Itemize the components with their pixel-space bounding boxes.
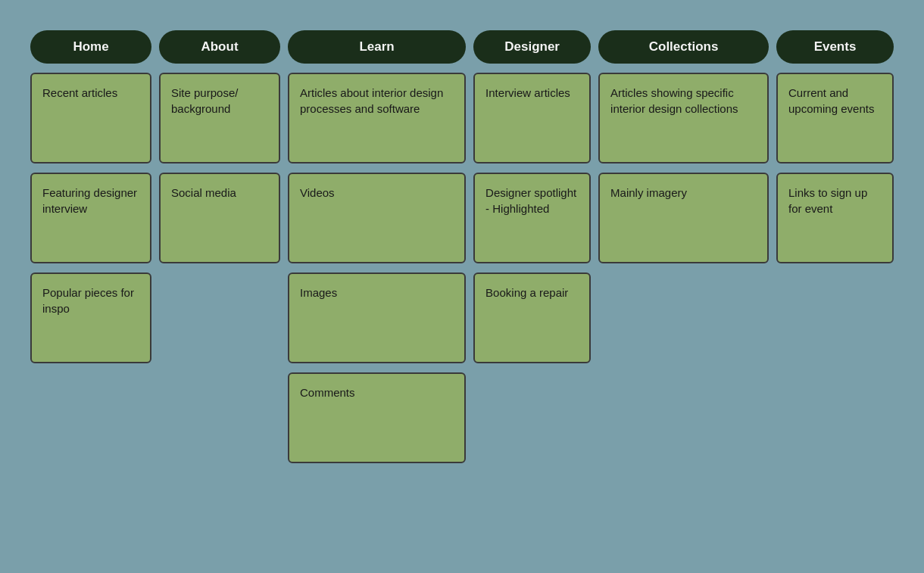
card-home-1: Featuring designer interview <box>30 173 151 263</box>
card-learn-3: Comments <box>288 372 466 463</box>
nav-button-events[interactable]: Events <box>776 30 894 64</box>
card-about-0: Site purpose/ background <box>159 73 280 163</box>
card-about-1: Social media <box>159 173 280 263</box>
column-designer: DesignerInterview articlesDesigner spotl… <box>473 30 591 363</box>
column-learn: LearnArticles about interior design proc… <box>288 30 466 463</box>
column-home: HomeRecent articlesFeaturing designer in… <box>30 30 151 363</box>
card-learn-2: Images <box>288 272 466 363</box>
card-collections-1: Mainly imagery <box>598 173 769 263</box>
card-designer-0: Interview articles <box>473 73 591 163</box>
nav-button-designer[interactable]: Designer <box>473 30 591 64</box>
site-map: HomeRecent articlesFeaturing designer in… <box>15 15 909 478</box>
card-designer-1: Designer spotlight - Highlighted <box>473 173 591 263</box>
column-events: EventsCurrent and upcoming eventsLinks t… <box>776 30 894 263</box>
card-learn-1: Videos <box>288 173 466 263</box>
card-events-0: Current and upcoming events <box>776 73 894 163</box>
card-learn-0: Articles about interior design processes… <box>288 73 466 163</box>
card-home-2: Popular pieces for inspo <box>30 272 151 363</box>
column-about: AboutSite purpose/ backgroundSocial medi… <box>159 30 280 263</box>
card-collections-0: Articles showing specific interior desig… <box>598 73 769 163</box>
nav-button-collections[interactable]: Collections <box>598 30 769 64</box>
nav-button-home[interactable]: Home <box>30 30 151 64</box>
card-designer-2: Booking a repair <box>473 272 591 363</box>
column-collections: CollectionsArticles showing specific int… <box>598 30 769 263</box>
nav-button-about[interactable]: About <box>159 30 280 64</box>
card-events-1: Links to sign up for event <box>776 173 894 263</box>
card-home-0: Recent articles <box>30 73 151 163</box>
nav-button-learn[interactable]: Learn <box>288 30 466 64</box>
